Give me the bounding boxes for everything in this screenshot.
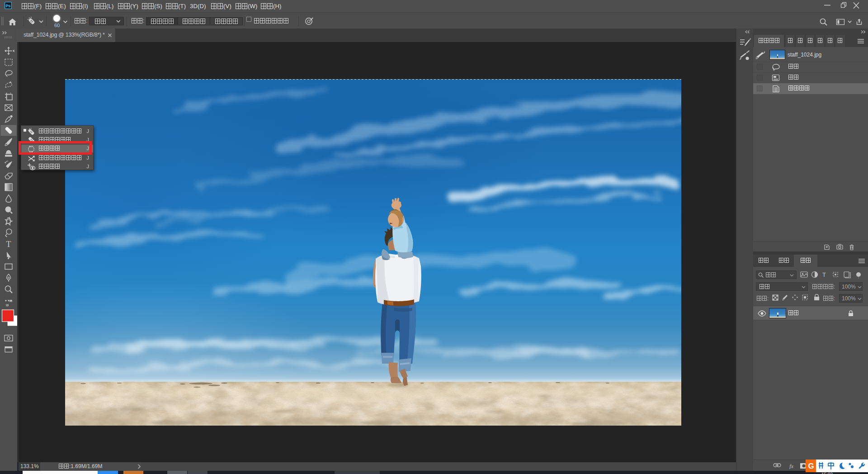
svg-text:T: T bbox=[6, 240, 11, 249]
svg-text:fx: fx bbox=[789, 463, 794, 469]
svg-text:Ps: Ps bbox=[5, 4, 10, 8]
svg-text:G: G bbox=[808, 462, 814, 470]
svg-text:T: T bbox=[822, 271, 826, 278]
